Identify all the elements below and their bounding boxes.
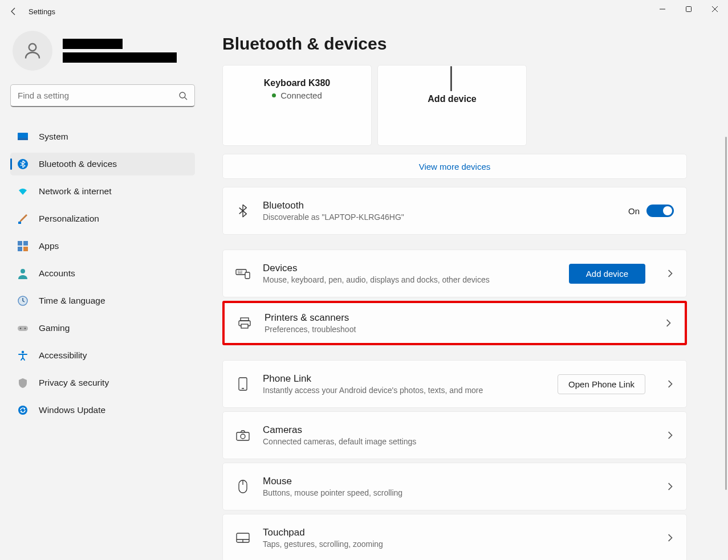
nav-label: Personalization — [39, 214, 99, 224]
profile-email-redacted — [63, 52, 177, 63]
nav-label: System — [39, 132, 68, 142]
nav-label: Apps — [39, 241, 59, 251]
nav-privacy[interactable]: Privacy & security — [10, 371, 195, 394]
row-title: Touchpad — [263, 527, 645, 538]
mouse-icon — [235, 479, 250, 494]
add-device-button[interactable]: Add device — [569, 264, 645, 284]
nav-update[interactable]: Windows Update — [10, 399, 195, 422]
printer-icon — [237, 316, 252, 330]
plus-icon: │ — [446, 68, 459, 88]
touchpad-icon — [235, 530, 250, 545]
row-title: Phone Link — [263, 373, 545, 385]
chevron-right-icon — [666, 269, 674, 277]
svg-rect-25 — [237, 432, 249, 440]
nav-time[interactable]: Time & language — [10, 289, 195, 312]
svg-rect-9 — [18, 247, 22, 251]
row-subtitle: Preferences, troubleshoot — [265, 325, 644, 334]
row-subtitle: Connected cameras, default image setting… — [263, 437, 645, 446]
bluetooth-icon — [235, 203, 250, 218]
gaming-icon — [17, 322, 29, 334]
nav-personalization[interactable]: Personalization — [10, 207, 195, 230]
close-button[interactable] — [702, 0, 728, 18]
status-dot-icon — [272, 93, 276, 97]
nav-label: Privacy & security — [39, 378, 109, 388]
svg-rect-8 — [23, 241, 28, 246]
paired-device-card[interactable]: Keyboard K380 Connected — [222, 65, 372, 146]
window-controls — [649, 0, 728, 18]
svg-point-16 — [22, 351, 24, 353]
phone-icon — [235, 377, 250, 391]
nav-label: Accounts — [39, 268, 75, 279]
nav-network[interactable]: Network & internet — [10, 180, 195, 203]
row-subtitle: Instantly access your Android device's p… — [263, 386, 545, 395]
nav-accounts[interactable]: Accounts — [10, 262, 195, 285]
svg-rect-10 — [23, 247, 28, 251]
chevron-right-icon — [664, 319, 672, 327]
nav-apps[interactable]: Apps — [10, 235, 195, 257]
chevron-right-icon — [666, 431, 674, 439]
scrollbar-thumb[interactable] — [725, 137, 727, 490]
svg-point-14 — [20, 328, 21, 329]
page-heading: Bluetooth & devices — [222, 34, 705, 54]
touchpad-row[interactable]: Touchpad Taps, gestures, scrolling, zoom… — [222, 514, 687, 560]
svg-point-15 — [25, 328, 26, 329]
search-input[interactable] — [18, 91, 178, 100]
update-icon — [17, 404, 29, 416]
system-icon — [17, 131, 29, 142]
main-content: Bluetooth & devices Keyboard K380 Connec… — [205, 23, 728, 560]
profile-block[interactable] — [10, 31, 195, 71]
devices-icon — [235, 266, 250, 281]
nav-label: Gaming — [39, 323, 70, 333]
cameras-row[interactable]: Cameras Connected cameras, default image… — [222, 411, 687, 459]
add-device-label: Add device — [428, 94, 476, 104]
svg-rect-13 — [18, 326, 28, 331]
phone-link-row[interactable]: Phone Link Instantly access your Android… — [222, 360, 687, 408]
open-phone-link-button[interactable]: Open Phone Link — [558, 374, 645, 394]
row-subtitle: Mouse, keyboard, pen, audio, displays an… — [263, 275, 556, 284]
back-button[interactable] — [2, 0, 25, 23]
nav-label: Network & internet — [39, 186, 112, 197]
bluetooth-icon — [17, 158, 29, 170]
nav-bluetooth[interactable]: Bluetooth & devices — [10, 153, 195, 175]
nav-system[interactable]: System — [10, 125, 195, 148]
row-subtitle: Buttons, mouse pointer speed, scrolling — [263, 488, 645, 497]
devices-row[interactable]: Devices Mouse, keyboard, pen, audio, dis… — [222, 250, 687, 297]
nav-label: Time & language — [39, 296, 105, 306]
profile-text — [63, 39, 177, 63]
chevron-right-icon — [666, 380, 674, 388]
bluetooth-panel[interactable]: Bluetooth Discoverable as "LAPTOP-KLRG46… — [222, 187, 687, 235]
mouse-row[interactable]: Mouse Buttons, mouse pointer speed, scro… — [222, 463, 687, 510]
add-device-card[interactable]: │ Add device — [377, 65, 527, 146]
maximize-button[interactable] — [676, 0, 702, 18]
svg-point-17 — [18, 406, 27, 415]
svg-rect-22 — [241, 324, 248, 328]
svg-rect-0 — [686, 7, 692, 12]
account-icon — [17, 268, 29, 279]
nav-label: Bluetooth & devices — [39, 159, 117, 169]
nav: System Bluetooth & devices Network & int… — [10, 123, 195, 424]
minimize-button[interactable] — [649, 0, 676, 18]
nav-accessibility[interactable]: Accessibility — [10, 344, 195, 367]
device-status: Connected — [272, 91, 322, 100]
svg-rect-7 — [18, 241, 22, 246]
svg-rect-18 — [236, 269, 246, 275]
view-more-devices-link[interactable]: View more devices — [222, 154, 687, 179]
svg-point-11 — [21, 269, 25, 273]
row-title: Cameras — [263, 424, 645, 436]
bluetooth-toggle[interactable] — [646, 205, 674, 217]
row-title: Mouse — [263, 476, 645, 487]
nav-gaming[interactable]: Gaming — [10, 317, 195, 340]
row-title: Printers & scanners — [265, 312, 644, 324]
device-name: Keyboard K380 — [264, 78, 331, 88]
search-box[interactable] — [10, 84, 195, 107]
clock-icon — [17, 295, 29, 306]
svg-rect-24 — [242, 388, 244, 389]
row-subtitle: Discoverable as "LAPTOP-KLRG46HG" — [263, 212, 616, 222]
svg-rect-19 — [245, 272, 250, 279]
svg-point-26 — [241, 434, 245, 439]
apps-icon — [17, 240, 29, 252]
row-subtitle: Taps, gestures, scrolling, zooming — [263, 539, 645, 549]
shield-icon — [17, 377, 29, 389]
nav-label: Windows Update — [39, 405, 105, 415]
printers-row[interactable]: Printers & scanners Preferences, trouble… — [222, 301, 687, 345]
